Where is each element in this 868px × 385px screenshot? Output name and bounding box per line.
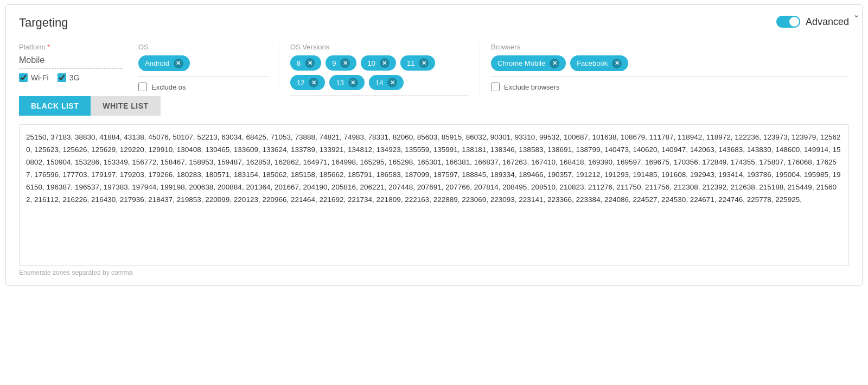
os-version-tag-13: 13 ✕ [329, 75, 364, 90]
zone-hint: Enumerate zones separated by comma [19, 269, 849, 276]
os-version-8-remove[interactable]: ✕ [305, 58, 315, 68]
os-version-9-text: 9 [332, 59, 336, 67]
wifi-checkbox-item[interactable]: Wi-Fi [19, 73, 49, 82]
connectivity-checkboxes: Wi-Fi 3G [19, 73, 122, 82]
os-versions-label: OS Versions [290, 43, 469, 51]
browser-facebook-text: Facebook [577, 59, 608, 67]
os-version-11-text: 11 [407, 59, 414, 67]
os-tag-container[interactable]: Android ✕ [138, 55, 268, 77]
platform-value: Mobile [19, 55, 122, 69]
exclude-os-label[interactable]: Exclude os [151, 83, 186, 91]
page-title: Targeting [19, 16, 849, 30]
os-version-9-remove[interactable]: ✕ [340, 58, 350, 68]
advanced-label: Advanced [806, 16, 849, 28]
list-tabs: BLACK LIST WHITE LIST [19, 96, 849, 116]
platform-label: Platform * [19, 43, 122, 51]
browser-chrome-mobile-remove[interactable]: ✕ [550, 59, 559, 68]
os-version-tag-12: 12 ✕ [290, 75, 325, 90]
os-label: OS [138, 43, 268, 51]
os-version-13-text: 13 [336, 79, 343, 87]
zone-list-area[interactable]: 25150, 37183, 38830, 41884, 43138, 45076… [19, 124, 849, 266]
targeting-columns: Platform * Mobile Wi-Fi 3G OS Android [19, 43, 849, 96]
os-version-11-remove[interactable]: ✕ [419, 58, 429, 68]
exclude-os-row: Exclude os [138, 83, 268, 91]
browser-tag-chrome-mobile: Chrome Mobile ✕ [491, 55, 566, 71]
os-section: OS Android ✕ Exclude os [138, 43, 279, 91]
os-version-14-remove[interactable]: ✕ [387, 78, 397, 87]
browser-tag-facebook: Facebook ✕ [570, 55, 628, 71]
3g-checkbox-item[interactable]: 3G [58, 73, 80, 82]
black-list-tab[interactable]: BLACK LIST [19, 96, 91, 116]
os-version-tag-10: 10 ✕ [361, 55, 395, 71]
os-version-8-text: 8 [297, 59, 301, 67]
white-list-tab[interactable]: WHITE LIST [91, 96, 160, 116]
browsers-tag-container[interactable]: Chrome Mobile ✕ Facebook ✕ [491, 55, 849, 77]
3g-checkbox[interactable] [58, 73, 66, 82]
wifi-label[interactable]: Wi-Fi [31, 73, 49, 82]
platform-section: Platform * Mobile Wi-Fi 3G [19, 43, 138, 82]
os-version-tag-14: 14 ✕ [369, 75, 404, 90]
os-version-12-remove[interactable]: ✕ [309, 78, 318, 87]
os-version-10-remove[interactable]: ✕ [380, 58, 390, 68]
os-versions-section: OS Versions 8 ✕ 9 ✕ 10 ✕ 11 ✕ [279, 43, 480, 96]
browsers-section: Browsers Chrome Mobile ✕ Facebook ✕ Excl… [480, 43, 849, 91]
exclude-browsers-row: Exclude browsers [491, 83, 849, 91]
browser-facebook-remove[interactable]: ✕ [612, 59, 622, 68]
os-tag-android: Android ✕ [138, 55, 190, 71]
os-tag-android-text: Android [145, 59, 169, 67]
os-version-12-text: 12 [297, 79, 304, 87]
exclude-browsers-label[interactable]: Exclude browsers [504, 83, 560, 91]
3g-label[interactable]: 3G [69, 73, 80, 82]
os-version-tag-8: 8 ✕ [290, 55, 321, 71]
os-versions-tag-container[interactable]: 8 ✕ 9 ✕ 10 ✕ 11 ✕ 12 ✕ [290, 55, 469, 96]
collapse-arrow-icon[interactable]: ⌄ [853, 9, 860, 20]
os-version-tag-11: 11 ✕ [400, 55, 435, 71]
exclude-os-checkbox[interactable] [138, 83, 147, 91]
advanced-toggle[interactable] [776, 16, 800, 28]
browsers-label: Browsers [491, 43, 849, 51]
wifi-checkbox[interactable] [19, 73, 28, 82]
os-version-13-remove[interactable]: ✕ [348, 78, 358, 87]
os-version-14-text: 14 [375, 79, 383, 87]
os-version-10-text: 10 [367, 59, 375, 67]
required-marker: * [47, 43, 50, 51]
browser-chrome-mobile-text: Chrome Mobile [497, 59, 545, 67]
advanced-toggle-area: Advanced [776, 16, 849, 28]
targeting-panel: ⌄ Targeting Advanced Platform * Mobile W… [5, 4, 863, 286]
exclude-browsers-checkbox[interactable] [491, 83, 500, 91]
zone-list-content: 25150, 37183, 38830, 41884, 43138, 45076… [26, 133, 840, 204]
os-tag-android-remove[interactable]: ✕ [174, 59, 183, 68]
os-version-tag-9: 9 ✕ [326, 55, 356, 71]
